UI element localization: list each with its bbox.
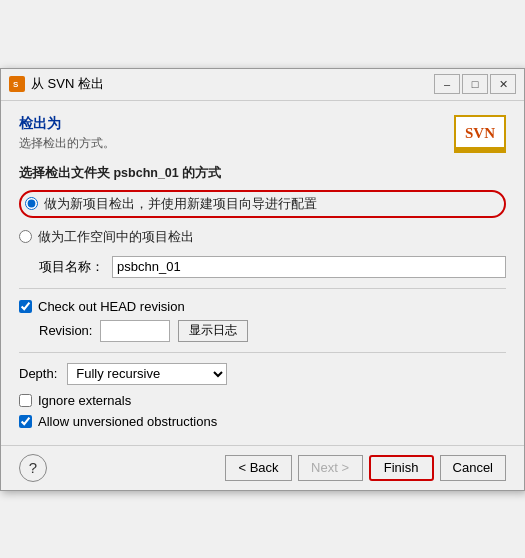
radio-option-workspace[interactable]: 做为工作空间中的项目检出	[19, 228, 506, 246]
radio-option-new-project[interactable]: 做为新项目检出，并使用新建项目向导进行配置	[19, 190, 506, 218]
dialog-content: 检出为 选择检出的方式。 SVN 选择检出文件夹 psbchn_01 的方式 做…	[1, 101, 524, 445]
close-button[interactable]: ✕	[490, 74, 516, 94]
depth-row: Depth: Fully recursive Immediate childre…	[19, 363, 506, 385]
revision-row: Revision: 显示日志	[39, 320, 506, 342]
app-icon: S	[9, 76, 25, 92]
allow-unversioned-checkbox[interactable]	[19, 415, 32, 428]
radio-new-project-label[interactable]: 做为新项目检出，并使用新建项目向导进行配置	[44, 195, 317, 213]
dialog-heading: 检出为	[19, 115, 115, 133]
svn-logo: SVN	[454, 115, 506, 153]
dialog-subtext: 选择检出的方式。	[19, 135, 115, 152]
divider-2	[19, 352, 506, 353]
radio-group: 做为新项目检出，并使用新建项目向导进行配置	[19, 190, 506, 218]
titlebar: S 从 SVN 检出 – □ ✕	[1, 69, 524, 101]
titlebar-controls: – □ ✕	[434, 74, 516, 94]
radio-new-project[interactable]	[25, 197, 38, 210]
checkout-head-row: Check out HEAD revision	[19, 299, 506, 314]
minimize-button[interactable]: –	[434, 74, 460, 94]
revision-label: Revision:	[39, 323, 92, 338]
next-button[interactable]: Next >	[298, 455, 363, 481]
finish-button[interactable]: Finish	[369, 455, 434, 481]
radio-workspace[interactable]	[19, 230, 32, 243]
dialog-header: 检出为 选择检出的方式。 SVN	[19, 115, 506, 153]
radio-workspace-label[interactable]: 做为工作空间中的项目检出	[38, 228, 194, 246]
dialog-footer: ? < Back Next > Finish Cancel	[1, 445, 524, 490]
project-name-label: 项目名称：	[39, 258, 104, 276]
footer-left: ?	[19, 454, 47, 482]
cancel-button[interactable]: Cancel	[440, 455, 506, 481]
maximize-button[interactable]: □	[462, 74, 488, 94]
header-text: 检出为 选择检出的方式。	[19, 115, 115, 152]
ignore-externals-checkbox[interactable]	[19, 394, 32, 407]
ignore-externals-label[interactable]: Ignore externals	[38, 393, 131, 408]
main-window: S 从 SVN 检出 – □ ✕ 检出为 选择检出的方式。 SVN 选择检出文件…	[0, 68, 525, 491]
help-button[interactable]: ?	[19, 454, 47, 482]
titlebar-left: S 从 SVN 检出	[9, 75, 104, 93]
footer-right: < Back Next > Finish Cancel	[225, 455, 506, 481]
depth-label: Depth:	[19, 366, 57, 381]
revision-input[interactable]	[100, 320, 170, 342]
depth-select[interactable]: Fully recursive Immediate children Only …	[67, 363, 227, 385]
divider-1	[19, 288, 506, 289]
project-name-row: 项目名称：	[39, 256, 506, 278]
checkout-head-checkbox[interactable]	[19, 300, 32, 313]
show-log-button[interactable]: 显示日志	[178, 320, 248, 342]
checkout-head-label[interactable]: Check out HEAD revision	[38, 299, 185, 314]
window-title: 从 SVN 检出	[31, 75, 104, 93]
svg-text:S: S	[13, 80, 19, 89]
allow-unversioned-row: Allow unversioned obstructions	[19, 414, 506, 429]
project-name-input[interactable]	[112, 256, 506, 278]
back-button[interactable]: < Back	[225, 455, 291, 481]
radio-group-2: 做为工作空间中的项目检出	[19, 228, 506, 246]
ignore-externals-row: Ignore externals	[19, 393, 506, 408]
section-label: 选择检出文件夹 psbchn_01 的方式	[19, 165, 506, 182]
allow-unversioned-label[interactable]: Allow unversioned obstructions	[38, 414, 217, 429]
